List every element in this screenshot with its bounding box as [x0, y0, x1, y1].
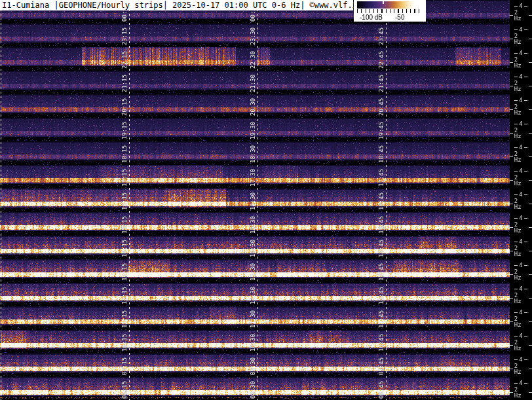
freq-tick-dash [524, 6, 527, 7]
freq-tick-dash [529, 109, 532, 110]
freq-tick-text: 2 Hz [514, 128, 528, 139]
freq-tick-dash [524, 383, 527, 384]
freq-tick-text: 2 Hz [514, 222, 528, 234]
colorbar-mid-label: -50 [395, 13, 404, 22]
freq-tick-dash [524, 312, 527, 313]
freq-tick-text: 2 Hz [514, 175, 528, 187]
time-label: 17:30 [250, 169, 256, 187]
freq-tick-label: 2 Hz [510, 151, 532, 163]
freq-tick-dash [510, 321, 513, 322]
freq-tick-text: 4 [519, 74, 522, 80]
freq-tick-dash [524, 77, 527, 77]
time-label: 12:45 [378, 287, 385, 304]
freq-tick-label: 4 [510, 145, 532, 151]
freq-tick-text: 4 [519, 145, 522, 151]
freq-tick-text: 2 Hz [514, 198, 528, 210]
time-label: 18:45 [378, 145, 385, 163]
freq-tick-dash [529, 156, 532, 157]
time-label: 11:15 [121, 310, 128, 328]
time-label: 17:15 [121, 169, 128, 187]
time-label: 13:30 [250, 263, 256, 281]
freq-tick-dash [524, 53, 527, 54]
freq-tick-label: 4 [510, 168, 532, 174]
vlf-hourly-strips-page: 00:1500:3000:4542 Hz23:1523:3023:4542 Hz… [0, 0, 532, 400]
freq-tick-dash [514, 29, 518, 30]
colorbar-gradient [357, 1, 423, 9]
freq-tick-label: 4 [510, 333, 532, 339]
freq-tick-dash [529, 15, 532, 16]
freq-tick-text: 4 [519, 333, 522, 339]
time-label: 10:15 [121, 334, 128, 352]
time-label: 23:30 [250, 27, 256, 45]
time-label: 10:45 [378, 334, 385, 352]
freq-tick-dash [529, 321, 532, 322]
time-label: 14:45 [378, 240, 385, 257]
freq-tick-dash [524, 124, 527, 124]
time-label: 20:15 [121, 98, 128, 116]
freq-tick-label: 2 Hz [510, 10, 532, 22]
freq-tick-text: 2 Hz [514, 340, 528, 352]
time-label: 20:30 [250, 98, 256, 116]
freq-tick-dash [514, 171, 518, 172]
freq-tick-dash [529, 39, 532, 39]
freq-tick-text: 2 Hz [514, 33, 528, 45]
freq-tick-dash [510, 204, 513, 204]
freq-tick-text: 4 [519, 27, 522, 33]
freq-tick-dash [529, 133, 532, 134]
freq-tick-label: 2 Hz [510, 81, 532, 92]
freq-tick-label: 2 Hz [510, 57, 532, 69]
freq-tick-dash [524, 265, 527, 266]
freq-tick-label: 4 [510, 286, 532, 292]
freq-tick-dash [510, 133, 513, 134]
time-label: 16:15 [121, 192, 128, 210]
freq-tick-text: 2 Hz [514, 245, 528, 257]
freq-tick-text: 2 Hz [514, 363, 528, 375]
freq-tick-text: 4 [519, 168, 522, 174]
freq-tick-text: 2 Hz [514, 81, 528, 92]
time-label: 17:45 [378, 169, 385, 187]
freq-tick-dash [529, 227, 532, 228]
time-label: 23:15 [121, 27, 128, 45]
title-bar: I1-Cumiana |GEOPHONE/Hourly strips| 2025… [0, 0, 353, 10]
freq-tick-text: 4 [519, 286, 522, 292]
freq-tick-dash [514, 53, 518, 54]
freq-tick-dash [529, 62, 532, 63]
freq-tick-dash [529, 274, 532, 275]
freq-tick-dash [514, 124, 518, 124]
freq-tick-dash [510, 62, 513, 63]
freq-tick-dash [514, 336, 518, 336]
time-label: 16:45 [378, 192, 385, 210]
freq-tick-dash [514, 359, 518, 360]
freq-tick-text: 2 Hz [514, 387, 528, 399]
freq-tick-label: 2 Hz [510, 33, 532, 45]
colorbar-labels: -100 dB -50 [354, 13, 426, 22]
freq-tick-dash [524, 359, 527, 360]
time-label: 18:30 [250, 145, 256, 163]
freq-tick-dash [510, 39, 513, 39]
freq-tick-dash [514, 77, 518, 77]
time-label: 19:15 [121, 122, 128, 139]
time-label: 20:45 [378, 98, 385, 116]
freq-tick-label: 4 [510, 27, 532, 33]
freq-tick-label: 2 Hz [510, 363, 532, 375]
time-label: 21:15 [121, 75, 128, 92]
freq-tick-label: 4 [510, 357, 532, 363]
time-label: 22:30 [250, 51, 256, 69]
freq-tick-dash [510, 345, 513, 346]
freq-tick-dash [529, 204, 532, 204]
time-label: 18:15 [121, 145, 128, 163]
freq-tick-dash [510, 274, 513, 275]
freq-tick-text: 2 Hz [514, 57, 528, 69]
freq-tick-label: 2 Hz [510, 245, 532, 257]
title-text: I1-Cumiana |GEOPHONE/Hourly strips| 2025… [2, 1, 353, 10]
quarter-gridline [129, 0, 130, 400]
freq-tick-dash [510, 156, 513, 157]
freq-tick-dash [510, 109, 513, 110]
freq-tick-label: 4 [510, 3, 532, 9]
colorbar-marker-tick [383, 0, 384, 4]
freq-tick-label: 4 [510, 263, 532, 268]
time-label: 21:45 [378, 75, 385, 92]
freq-tick-dash [524, 171, 527, 172]
freq-tick-dash [510, 15, 513, 16]
time-label: 14:15 [121, 240, 128, 257]
